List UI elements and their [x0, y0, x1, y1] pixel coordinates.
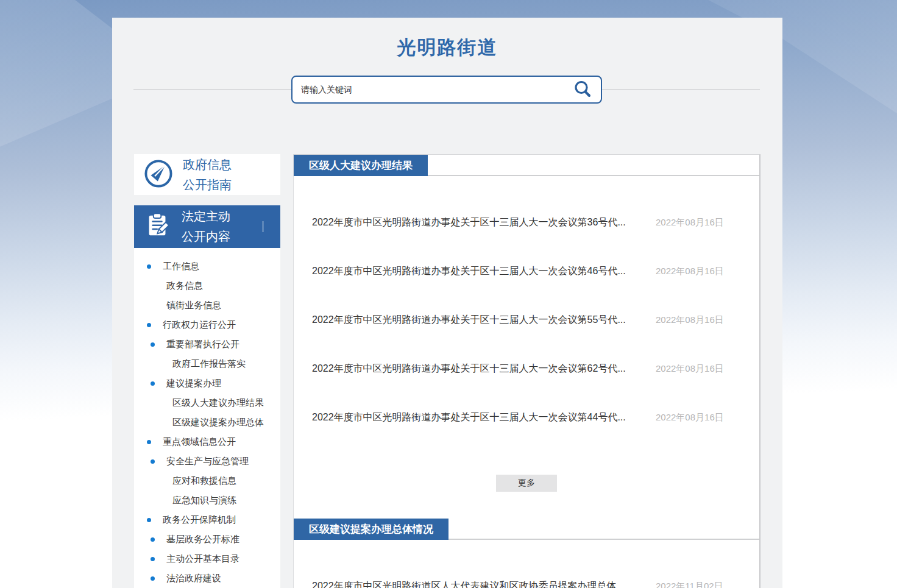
sidebar-menu-item-label: 重点领域信息公开 — [163, 436, 236, 448]
sidebar-menu-item[interactable]: 建议提案办理 — [134, 374, 280, 393]
list-item: 2022年度市中区光明路街道区人大代表建议和区政协委员提案办理总体... 202… — [312, 574, 724, 588]
active-block-highlight — [262, 221, 264, 232]
sidebar-menu-item-label: 重要部署执行公开 — [166, 339, 239, 350]
list-item-title[interactable]: 2022年度市中区光明路街道办事处关于区十三届人大一次会议第44号代... — [312, 405, 651, 430]
list-item-title[interactable]: 2022年度市中区光明路街道办事处关于区十三届人大一次会议第55号代... — [312, 308, 651, 332]
sidebar-item-government-info-guide[interactable]: 政府信息 公开指南 — [134, 154, 280, 195]
sidebar-menu-item-label: 政府工作报告落实 — [172, 358, 246, 370]
sidebar-menu-item-label: 应急知识与演练 — [172, 495, 236, 506]
list-item: 2022年度市中区光明路街道办事处关于区十三届人大一次会议第44号代... 20… — [312, 405, 724, 454]
list-item: 2022年度市中区光明路街道办事处关于区十三届人大一次会议第62号代... 20… — [312, 356, 724, 405]
sidebar-menu-item[interactable]: 政府工作报告落实 — [134, 354, 280, 374]
sidebar-menu-item[interactable]: 重点领域信息公开 — [134, 432, 280, 452]
list-item-date: 2022年08月16日 — [656, 308, 724, 332]
list-item: 2022年度市中区光明路街道办事处关于区十三届人大一次会议第55号代... 20… — [312, 308, 724, 356]
sidebar-menu-item-label: 政务信息 — [166, 280, 203, 292]
sidebar-menu-item[interactable]: 安全生产与应急管理 — [134, 452, 280, 471]
news-list: 2022年度市中区光明路街道办事处关于区十三届人大一次会议第36号代... 20… — [294, 176, 759, 454]
section-header: 区级人大建议办理结果 — [294, 155, 759, 176]
search-divider-right — [602, 89, 760, 90]
sidebar-menu-item-label: 区级人大建议办理结果 — [172, 397, 264, 409]
clipboard-pencil-icon — [144, 211, 172, 242]
list-item: 2022年度市中区光明路街道办事处关于区十三届人大一次会议第36号代... 20… — [312, 210, 724, 259]
search-button[interactable] — [572, 79, 594, 101]
sidebar-menu-item[interactable]: 政务信息 — [134, 276, 280, 296]
list-item-date: 2022年08月16日 — [656, 210, 724, 235]
sidebar-item-statutory-disclosure[interactable]: 法定主动 公开内容 — [134, 205, 280, 248]
list-item-title[interactable]: 2022年度市中区光明路街道办事处关于区十三届人大一次会议第36号代... — [312, 210, 651, 235]
list-item-date: 2022年08月16日 — [656, 405, 724, 430]
list-item-date: 2022年08月16日 — [656, 259, 724, 283]
list-item-date: 2022年08月16日 — [656, 356, 724, 381]
sidebar-menu-item-label: 基层政务公开标准 — [166, 534, 239, 545]
list-item: 2022年度市中区光明路街道办事处关于区十三届人大一次会议第46号代... 20… — [312, 259, 724, 308]
bullet-icon — [147, 440, 151, 444]
sidebar-item-label: 政府信息 公开指南 — [183, 155, 232, 195]
compass-icon — [143, 158, 174, 192]
content-column: 光明路街道 政府信息 — [112, 18, 782, 588]
search-input[interactable] — [301, 77, 545, 102]
bullet-icon — [151, 381, 155, 386]
bullet-icon — [147, 264, 151, 269]
sidebar-menu-item[interactable]: 工作信息 — [134, 257, 280, 276]
list-item-title[interactable]: 2022年度市中区光明路街道区人大代表建议和区政协委员提案办理总体... — [312, 574, 651, 588]
sidebar-menu-item-label: 应对和救援信息 — [172, 475, 236, 487]
sidebar-menu-item-label: 法治政府建设 — [166, 573, 221, 584]
news-list: 2022年度市中区光明路街道区人大代表建议和区政协委员提案办理总体... 202… — [294, 540, 759, 588]
sidebar-menu-item-label: 政务公开保障机制 — [163, 514, 236, 526]
search-divider-left — [133, 89, 291, 90]
section-title: 区级建议提案办理总体情况 — [294, 519, 448, 540]
sidebar-menu-item[interactable]: 基层政务公开标准 — [134, 530, 280, 549]
sidebar-menu-item-label: 工作信息 — [163, 261, 199, 272]
bullet-icon — [151, 459, 155, 464]
bullet-icon — [147, 323, 151, 327]
section-header: 区级建议提案办理总体情况 — [294, 519, 759, 540]
list-item-date: 2022年11月02日 — [656, 574, 724, 588]
sidebar-menu-item[interactable]: 法治政府建设 — [134, 569, 280, 588]
sidebar-item-label: 法定主动 公开内容 — [182, 207, 230, 247]
sidebar-menu-item[interactable]: 主动公开基本目录 — [134, 549, 280, 569]
sidebar-menu-item[interactable]: 区级人大建议办理结果 — [134, 393, 280, 413]
main-panel: 区级人大建议办理结果 2022年度市中区光明路街道办事处关于区十三届人大一次会议… — [293, 154, 760, 588]
sidebar-menu-item-label: 行政权力运行公开 — [163, 319, 236, 331]
list-item-title[interactable]: 2022年度市中区光明路街道办事处关于区十三届人大一次会议第46号代... — [312, 259, 651, 283]
sidebar-menu-item-label: 建议提案办理 — [166, 378, 221, 389]
sidebar-menu: 工作信息 政务信息 镇街业务信息 行政权力运行公开 重要部署执行公开 — [134, 257, 280, 588]
sidebar-menu-item-label: 镇街业务信息 — [166, 300, 221, 311]
bullet-icon — [151, 557, 155, 561]
sidebar-menu-item[interactable]: 区级建议提案办理总体 — [134, 413, 280, 432]
sidebar-menu-item[interactable]: 行政权力运行公开 — [134, 315, 280, 335]
sidebar-menu-item[interactable]: 政务公开保障机制 — [134, 510, 280, 530]
sidebar-menu-item[interactable]: 重要部署执行公开 — [134, 335, 280, 354]
sidebar-menu-item[interactable]: 镇街业务信息 — [134, 296, 280, 315]
search-box — [291, 76, 602, 104]
sidebar-menu-item-label: 主动公开基本目录 — [166, 553, 239, 565]
sidebar-menu-item[interactable]: 应急知识与演练 — [134, 491, 280, 510]
sidebar-menu-panel: 工作信息 政务信息 镇街业务信息 行政权力运行公开 重要部署执行公开 — [134, 248, 280, 588]
sidebar-menu-item-label: 安全生产与应急管理 — [166, 456, 249, 467]
bullet-icon — [151, 537, 155, 542]
sidebar-menu-item-label: 区级建议提案办理总体 — [172, 417, 264, 428]
page-title: 光明路街道 — [112, 35, 782, 60]
bullet-icon — [151, 576, 155, 581]
bullet-icon — [147, 518, 151, 522]
list-item-title[interactable]: 2022年度市中区光明路街道办事处关于区十三届人大一次会议第62号代... — [312, 356, 651, 381]
more-button[interactable]: 更多 — [496, 475, 557, 492]
section-title: 区级人大建议办理结果 — [294, 155, 428, 176]
sidebar-menu-item[interactable]: 应对和救援信息 — [134, 471, 280, 491]
bullet-icon — [151, 342, 155, 347]
search-icon — [572, 93, 593, 102]
sidebar: 政府信息 公开指南 法定主动 公 — [134, 154, 280, 588]
